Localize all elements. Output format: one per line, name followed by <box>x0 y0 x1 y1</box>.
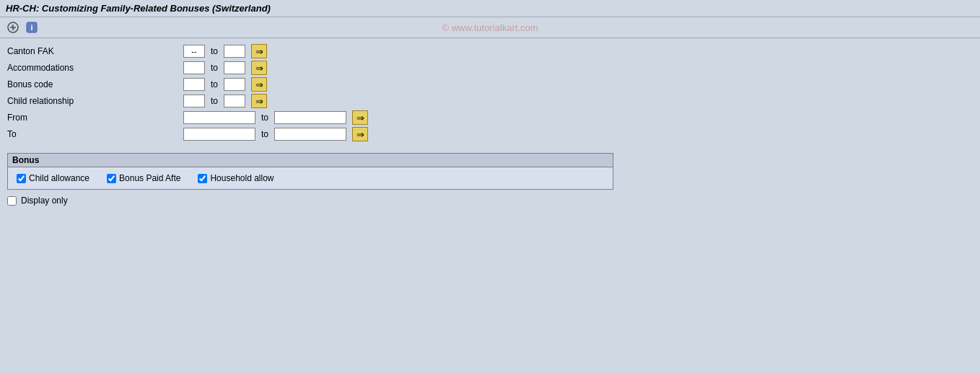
info-icon[interactable]: i <box>25 20 39 35</box>
bonus-checkbox-label[interactable]: Child allowance <box>17 173 89 183</box>
bonus-group: Bonus Child allowanceBonus Paid AfteHous… <box>7 153 613 190</box>
arrow-button[interactable]: ⇒ <box>352 127 368 141</box>
field-label: Child relationship <box>7 96 180 106</box>
form-rows-container: Canton FAKto⇒Accommodationsto⇒Bonus code… <box>7 44 973 141</box>
bonus-group-content: Child allowanceBonus Paid AfteHousehold … <box>8 167 613 189</box>
arrow-button[interactable]: ⇒ <box>352 110 368 125</box>
to-label: to <box>211 96 218 106</box>
form-row: Fromto⇒ <box>7 110 973 125</box>
to-field-input[interactable] <box>224 95 245 107</box>
bonus-checkbox-text: Child allowance <box>29 173 89 183</box>
field-input[interactable] <box>183 78 205 91</box>
to-field-input[interactable] <box>274 111 346 124</box>
display-only-label[interactable]: Display only <box>21 196 68 206</box>
form-row: Child relationshipto⇒ <box>7 94 973 108</box>
arrow-button[interactable]: ⇒ <box>251 94 267 108</box>
form-row: Canton FAKto⇒ <box>7 44 973 58</box>
title-bar: HR-CH: Customizing Family-Related Bonuse… <box>0 0 980 17</box>
field-input[interactable] <box>183 128 255 141</box>
svg-text:i: i <box>30 23 32 32</box>
field-input[interactable] <box>183 61 205 74</box>
toolbar: i © www.tutorialkart.com <box>0 17 980 38</box>
arrow-button[interactable]: ⇒ <box>251 61 267 75</box>
to-field-input[interactable] <box>274 128 346 141</box>
bonus-checkbox[interactable] <box>17 174 26 183</box>
to-field-input[interactable] <box>224 78 245 91</box>
to-label: to <box>211 46 218 56</box>
field-input[interactable] <box>183 95 205 107</box>
display-only-checkbox[interactable] <box>7 196 17 206</box>
form-row: Accommodationsto⇒ <box>7 61 973 75</box>
main-content: Canton FAKto⇒Accommodationsto⇒Bonus code… <box>0 38 980 211</box>
window-title: HR-CH: Customizing Family-Related Bonuse… <box>6 3 271 14</box>
field-input[interactable] <box>183 111 255 124</box>
to-field-input[interactable] <box>224 61 245 74</box>
to-field-input[interactable] <box>224 45 245 58</box>
form-row: Toto⇒ <box>7 127 973 141</box>
arrow-button[interactable]: ⇒ <box>251 77 267 92</box>
field-label: Accommodations <box>7 63 180 73</box>
to-label: to <box>261 113 268 123</box>
to-label: to <box>261 129 268 139</box>
bonus-checkbox-label[interactable]: Household allow <box>198 173 274 183</box>
bonus-checkbox-text: Bonus Paid Afte <box>119 173 180 183</box>
field-label: Bonus code <box>7 79 180 89</box>
field-input[interactable] <box>183 45 205 58</box>
field-label: Canton FAK <box>7 46 180 56</box>
nav-icon[interactable] <box>6 20 20 35</box>
form-row: Bonus codeto⇒ <box>7 77 973 92</box>
arrow-button[interactable]: ⇒ <box>251 44 267 58</box>
bonus-checkbox[interactable] <box>107 174 116 183</box>
bonus-group-title: Bonus <box>8 154 613 167</box>
watermark: © www.tutorialkart.com <box>442 22 538 33</box>
bonus-checkbox-label[interactable]: Bonus Paid Afte <box>107 173 180 183</box>
bonus-checkbox-text: Household allow <box>210 173 274 183</box>
to-label: to <box>211 79 218 89</box>
to-label: to <box>211 63 218 73</box>
bonus-checkbox[interactable] <box>198 174 207 183</box>
display-only-row: Display only <box>7 196 973 206</box>
field-label: To <box>7 129 180 139</box>
field-label: From <box>7 113 180 123</box>
